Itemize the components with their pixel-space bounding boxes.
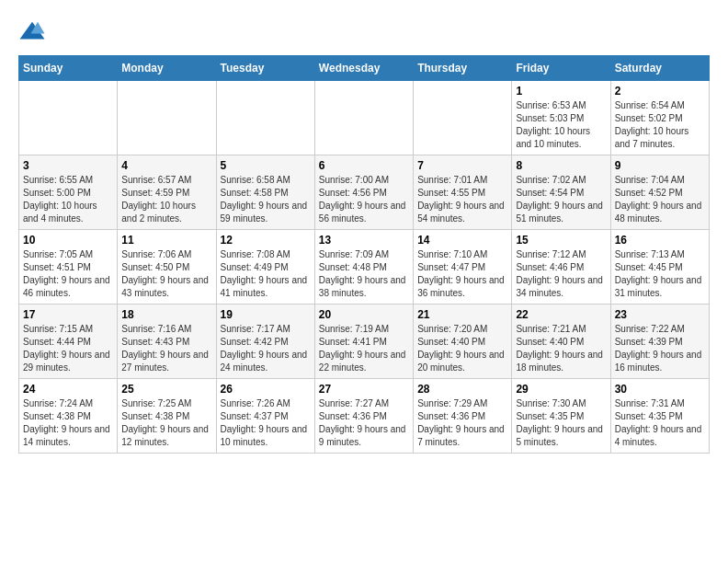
calendar-header-row: SundayMondayTuesdayWednesdayThursdayFrid… [19,56,710,81]
calendar-cell: 24Sunrise: 7:24 AMSunset: 4:38 PMDayligh… [19,379,118,454]
day-number: 30 [615,383,705,396]
day-number: 29 [516,383,606,396]
day-number: 11 [121,234,211,247]
day-number: 16 [615,234,705,247]
day-number: 4 [121,159,211,172]
calendar-cell: 15Sunrise: 7:12 AMSunset: 4:46 PMDayligh… [512,230,610,304]
day-info: Sunrise: 7:29 AMSunset: 4:36 PMDaylight:… [417,397,507,449]
day-info: Sunrise: 7:12 AMSunset: 4:46 PMDaylight:… [516,248,606,300]
day-info: Sunrise: 7:01 AMSunset: 4:55 PMDaylight:… [417,174,507,225]
day-of-week-header: Sunday [19,56,118,81]
day-info: Sunrise: 7:02 AMSunset: 4:54 PMDaylight:… [516,174,606,225]
calendar-cell: 3Sunrise: 6:55 AMSunset: 5:00 PMDaylight… [19,155,118,230]
day-info: Sunrise: 7:17 AMSunset: 4:42 PMDaylight:… [221,323,311,374]
day-number: 21 [417,308,507,321]
day-info: Sunrise: 7:06 AMSunset: 4:50 PMDaylight:… [121,248,211,300]
calendar-cell: 20Sunrise: 7:19 AMSunset: 4:41 PMDayligh… [314,304,413,379]
day-info: Sunrise: 7:13 AMSunset: 4:45 PMDaylight:… [615,248,705,300]
calendar-week-row: 24Sunrise: 7:24 AMSunset: 4:38 PMDayligh… [19,379,710,454]
day-number: 12 [221,234,311,247]
day-info: Sunrise: 7:15 AMSunset: 4:44 PMDaylight:… [23,323,113,374]
day-info: Sunrise: 7:22 AMSunset: 4:39 PMDaylight:… [615,323,705,374]
day-of-week-header: Wednesday [314,56,413,81]
calendar-cell: 2Sunrise: 6:54 AMSunset: 5:02 PMDaylight… [610,81,709,155]
calendar-week-row: 1Sunrise: 6:53 AMSunset: 5:03 PMDaylight… [19,81,710,155]
day-info: Sunrise: 7:09 AMSunset: 4:48 PMDaylight:… [319,248,409,300]
calendar-week-row: 10Sunrise: 7:05 AMSunset: 4:51 PMDayligh… [19,230,710,304]
calendar-cell: 17Sunrise: 7:15 AMSunset: 4:44 PMDayligh… [19,304,118,379]
calendar-cell [118,81,216,155]
day-info: Sunrise: 7:30 AMSunset: 4:35 PMDaylight:… [516,397,606,449]
day-info: Sunrise: 6:58 AMSunset: 4:58 PMDaylight:… [221,174,311,225]
day-number: 8 [516,159,606,172]
day-number: 20 [319,308,409,321]
calendar-table: SundayMondayTuesdayWednesdayThursdayFrid… [18,55,710,454]
day-of-week-header: Thursday [414,56,512,81]
calendar-week-row: 3Sunrise: 6:55 AMSunset: 5:00 PMDaylight… [19,155,710,230]
day-number: 14 [417,234,507,247]
day-number: 28 [417,383,507,396]
calendar-cell: 13Sunrise: 7:09 AMSunset: 4:48 PMDayligh… [314,230,413,304]
calendar-cell [216,81,314,155]
calendar-cell: 7Sunrise: 7:01 AMSunset: 4:55 PMDaylight… [414,155,512,230]
day-info: Sunrise: 7:27 AMSunset: 4:36 PMDaylight:… [319,397,409,449]
day-number: 23 [615,308,705,321]
calendar-cell [414,81,512,155]
calendar-cell: 22Sunrise: 7:21 AMSunset: 4:40 PMDayligh… [512,304,610,379]
day-info: Sunrise: 7:21 AMSunset: 4:40 PMDaylight:… [516,323,606,374]
calendar-cell: 30Sunrise: 7:31 AMSunset: 4:35 PMDayligh… [610,379,709,454]
day-info: Sunrise: 7:25 AMSunset: 4:38 PMDaylight:… [121,397,211,449]
day-number: 15 [516,234,606,247]
day-number: 17 [23,308,113,321]
calendar-cell: 14Sunrise: 7:10 AMSunset: 4:47 PMDayligh… [414,230,512,304]
day-number: 27 [319,383,409,396]
calendar-cell: 1Sunrise: 6:53 AMSunset: 5:03 PMDaylight… [512,81,610,155]
day-number: 18 [121,308,211,321]
calendar-cell: 11Sunrise: 7:06 AMSunset: 4:50 PMDayligh… [118,230,216,304]
day-info: Sunrise: 6:57 AMSunset: 4:59 PMDaylight:… [121,174,211,225]
day-number: 19 [221,308,311,321]
day-number: 9 [615,159,705,172]
day-number: 7 [417,159,507,172]
day-info: Sunrise: 7:04 AMSunset: 4:52 PMDaylight:… [615,174,705,225]
day-info: Sunrise: 7:05 AMSunset: 4:51 PMDaylight:… [23,248,113,300]
day-info: Sunrise: 6:53 AMSunset: 5:03 PMDaylight:… [516,99,606,151]
day-number: 3 [23,159,113,172]
day-number: 2 [615,85,705,98]
day-number: 10 [23,234,113,247]
day-info: Sunrise: 6:55 AMSunset: 5:00 PMDaylight:… [23,174,113,225]
day-number: 22 [516,308,606,321]
day-number: 24 [23,383,113,396]
calendar-cell: 29Sunrise: 7:30 AMSunset: 4:35 PMDayligh… [512,379,610,454]
day-info: Sunrise: 7:26 AMSunset: 4:37 PMDaylight:… [221,397,311,449]
calendar-cell: 4Sunrise: 6:57 AMSunset: 4:59 PMDaylight… [118,155,216,230]
day-info: Sunrise: 7:31 AMSunset: 4:35 PMDaylight:… [615,397,705,449]
day-of-week-header: Friday [512,56,610,81]
day-info: Sunrise: 7:08 AMSunset: 4:49 PMDaylight:… [221,248,311,300]
calendar-cell: 12Sunrise: 7:08 AMSunset: 4:49 PMDayligh… [216,230,314,304]
calendar-cell: 6Sunrise: 7:00 AMSunset: 4:56 PMDaylight… [314,155,413,230]
calendar-cell: 23Sunrise: 7:22 AMSunset: 4:39 PMDayligh… [610,304,709,379]
day-info: Sunrise: 7:16 AMSunset: 4:43 PMDaylight:… [121,323,211,374]
calendar-cell: 9Sunrise: 7:04 AMSunset: 4:52 PMDaylight… [610,155,709,230]
day-info: Sunrise: 7:00 AMSunset: 4:56 PMDaylight:… [319,174,409,225]
calendar-cell: 5Sunrise: 6:58 AMSunset: 4:58 PMDaylight… [216,155,314,230]
day-info: Sunrise: 7:20 AMSunset: 4:40 PMDaylight:… [417,323,507,374]
calendar-cell: 28Sunrise: 7:29 AMSunset: 4:36 PMDayligh… [414,379,512,454]
calendar-cell [314,81,413,155]
logo [18,18,50,46]
logo-icon [18,18,46,46]
calendar-cell: 27Sunrise: 7:27 AMSunset: 4:36 PMDayligh… [314,379,413,454]
day-of-week-header: Monday [118,56,216,81]
day-info: Sunrise: 6:54 AMSunset: 5:02 PMDaylight:… [615,99,705,151]
day-number: 26 [221,383,311,396]
page-header [18,18,710,46]
calendar-cell: 8Sunrise: 7:02 AMSunset: 4:54 PMDaylight… [512,155,610,230]
calendar-cell: 25Sunrise: 7:25 AMSunset: 4:38 PMDayligh… [118,379,216,454]
day-number: 5 [221,159,311,172]
day-info: Sunrise: 7:10 AMSunset: 4:47 PMDaylight:… [417,248,507,300]
day-number: 25 [121,383,211,396]
day-of-week-header: Tuesday [216,56,314,81]
calendar-cell [19,81,118,155]
calendar-cell: 16Sunrise: 7:13 AMSunset: 4:45 PMDayligh… [610,230,709,304]
